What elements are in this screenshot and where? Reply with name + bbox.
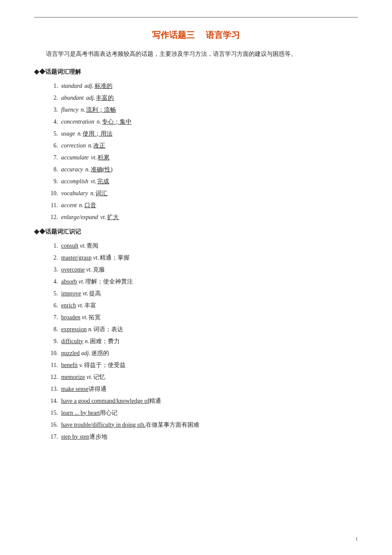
item-num: 2.: [47, 252, 58, 264]
en-word: have trouble/difficulty in doing sth.: [61, 422, 146, 428]
top-border: [34, 17, 358, 17]
pos: n.: [86, 326, 92, 332]
page-number: 1: [355, 535, 358, 542]
item-num: 14.: [47, 395, 58, 407]
cn-def: 克服: [93, 266, 105, 273]
diamond-icon2: ◆: [34, 228, 39, 235]
item-num: 3.: [47, 264, 58, 276]
en-word: overcome: [61, 266, 85, 273]
en-word: correction: [61, 142, 86, 149]
cn-def: 拓宽: [89, 314, 101, 321]
pos: n.: [79, 202, 84, 208]
en-word: step by step: [61, 434, 89, 440]
en-word: concentration: [61, 119, 95, 125]
item-num: 8.: [47, 164, 58, 176]
cn-def: 精通；掌握: [100, 254, 130, 261]
list-item: 13. make sense讲得通: [47, 383, 358, 395]
cn-def: 逐步地: [89, 434, 107, 440]
diamond-icon: ◆: [34, 68, 39, 75]
item-num: 12.: [47, 371, 58, 383]
item-num: 10.: [47, 347, 58, 359]
en-word: difficulty: [61, 338, 84, 344]
item-num: 17.: [47, 431, 58, 443]
item-num: 16.: [47, 419, 58, 431]
item-num: 7.: [47, 312, 58, 324]
item-num: 11.: [47, 359, 58, 371]
en-word: benefit: [61, 362, 78, 368]
en-word: standard: [61, 83, 82, 89]
cn-def: 词汇: [95, 190, 107, 197]
en-word: fluency: [61, 107, 78, 113]
item-num: 5.: [47, 288, 58, 300]
cn-def: 迷惑的: [91, 350, 109, 356]
section1-label: ◆话题词汇理解: [39, 69, 81, 75]
list-item: 1. standard adj.标准的: [47, 80, 358, 92]
pos: vt.: [81, 314, 88, 321]
item-num: 12.: [47, 211, 58, 223]
pos: n.: [78, 130, 82, 137]
item-num: 9.: [47, 335, 58, 347]
item-num: 8.: [47, 324, 58, 335]
cn-def: 精通: [149, 398, 161, 404]
list-item: 5. improve vt.提高: [47, 288, 358, 300]
list-item: 8. expression n.词语；表达: [47, 324, 358, 335]
list-item: 15. learn ... by heart用心记: [47, 407, 358, 419]
pos: vt.: [92, 254, 99, 261]
list-item: 11. benefit v.得益于；使受益: [47, 359, 358, 371]
cn-def: 完成: [97, 178, 109, 185]
list-item: 16. have trouble/difficulty in doing sth…: [47, 419, 358, 431]
intro-text: 语言学习是高考书面表达考频较高的话题，主要涉及学习方法，语言学习方面的建议与困惑…: [34, 49, 358, 60]
en-word: make sense: [61, 386, 89, 392]
pos: n.: [97, 119, 101, 125]
en-word: absorb: [61, 278, 77, 285]
list-item: 10. puzzled adj.迷惑的: [47, 347, 358, 359]
cn-def: 扩大: [107, 214, 119, 220]
item-num: 4.: [47, 276, 58, 288]
item-num: 2.: [47, 92, 58, 104]
item-num: 1.: [47, 240, 58, 252]
cn-def: 用心记: [100, 410, 118, 416]
pos: adj.: [80, 350, 90, 356]
cn-def: 提高: [89, 290, 101, 297]
cn-def: 专心；集中: [102, 119, 132, 125]
list-item: 7. accumulate vt.积累: [47, 152, 358, 164]
list-item: 14. have a good command/knowledge of精通: [47, 395, 358, 407]
item-num: 5.: [47, 128, 58, 140]
en-word: broaden: [61, 314, 81, 321]
en-word: consult: [61, 243, 78, 249]
item-num: 15.: [47, 407, 58, 419]
cn-def: 口音: [84, 202, 96, 208]
en-word: enlarge/expand: [61, 214, 98, 220]
list-item: 9. accomplish vt.完成: [47, 176, 358, 188]
item-num: 11.: [47, 199, 58, 211]
cn-def: 在做某事方面有困难: [146, 422, 199, 428]
list-item: 4. concentration n.专心；集中: [47, 116, 358, 128]
pos: vt.: [85, 266, 92, 273]
vocab1-list: 1. standard adj.标准的2. abundant adj.丰富的3.…: [34, 80, 358, 223]
pos: adj.: [84, 83, 93, 89]
list-item: 7. broaden vt.拓宽: [47, 312, 358, 324]
cn-def: 流利；流畅: [86, 107, 116, 113]
list-item: 3. fluency n.流利；流畅: [47, 104, 358, 116]
list-item: 8. accuracy n.准确(性): [47, 164, 358, 176]
en-word: abundant: [61, 95, 84, 101]
list-item: 3. overcome vt.克服: [47, 264, 358, 276]
cn-def: 丰富的: [96, 95, 114, 101]
list-item: 1. consult vt.查阅: [47, 240, 358, 252]
item-num: 10.: [47, 188, 58, 199]
pos: v.: [78, 362, 83, 368]
section1-header: ◆◆话题词汇理解: [34, 68, 358, 76]
item-num: 4.: [47, 116, 58, 128]
cn-def: 讲得通: [89, 386, 107, 392]
vocab2-list: 1. consult vt.查阅2. master/grasp vt.精通；掌握…: [34, 240, 358, 443]
en-word: have a good command/knowledge of: [61, 398, 150, 404]
cn-def: 记忆: [93, 374, 105, 380]
en-word: vocabulary: [61, 190, 88, 197]
list-item: 2. master/grasp vt.精通；掌握: [47, 252, 358, 264]
pos: n.: [88, 142, 93, 149]
pos: vt.: [101, 214, 107, 220]
pos: vt.: [91, 154, 97, 161]
section2-header: ◆◆话题词汇识记: [34, 228, 358, 236]
cn-def: 标准的: [95, 83, 112, 89]
cn-def: 改正: [93, 142, 105, 149]
